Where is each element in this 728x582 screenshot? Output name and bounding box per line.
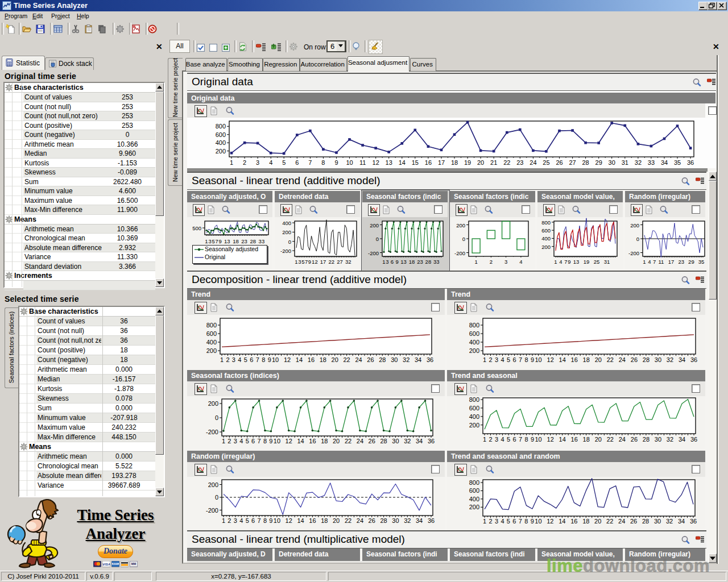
svg-text:36: 36 <box>690 436 697 443</box>
svg-text:4: 4 <box>519 259 522 265</box>
svg-text:9: 9 <box>531 436 534 443</box>
svg-text:7: 7 <box>519 356 522 363</box>
svg-text:-200: -200 <box>206 507 218 514</box>
svg-text:34: 34 <box>679 436 685 443</box>
svg-text:13: 13 <box>400 259 407 265</box>
svg-text:1: 1 <box>222 517 225 524</box>
svg-text:27: 27 <box>569 159 576 166</box>
svg-text:25: 25 <box>543 159 549 166</box>
svg-text:4: 4 <box>500 356 504 363</box>
svg-text:4: 4 <box>648 259 651 265</box>
svg-text:16: 16 <box>308 356 315 363</box>
svg-text:800: 800 <box>216 123 226 130</box>
svg-text:18: 18 <box>582 518 589 525</box>
svg-text:16: 16 <box>570 518 577 525</box>
svg-text:20: 20 <box>332 356 338 363</box>
svg-text:6: 6 <box>251 517 255 524</box>
svg-text:18: 18 <box>321 438 328 444</box>
svg-text:6: 6 <box>295 159 299 166</box>
svg-text:21: 21 <box>490 159 497 166</box>
svg-text:18: 18 <box>451 159 458 166</box>
svg-text:32: 32 <box>666 518 673 525</box>
svg-text:23: 23 <box>241 238 247 244</box>
svg-text:7: 7 <box>256 356 259 363</box>
svg-text:10: 10 <box>274 517 280 524</box>
svg-text:30: 30 <box>391 356 398 363</box>
svg-text:1: 1 <box>474 259 477 265</box>
svg-text:4: 4 <box>238 356 241 363</box>
svg-text:0: 0 <box>288 239 291 245</box>
svg-text:400: 400 <box>469 413 479 420</box>
svg-text:600: 600 <box>469 405 479 411</box>
svg-text:23: 23 <box>678 259 684 265</box>
svg-text:9: 9 <box>395 259 398 265</box>
svg-text:33: 33 <box>433 259 440 265</box>
svg-text:35: 35 <box>674 159 681 166</box>
svg-text:6: 6 <box>513 436 516 443</box>
svg-text:12: 12 <box>286 517 292 524</box>
svg-text:36: 36 <box>427 356 433 363</box>
svg-text:26: 26 <box>367 356 374 363</box>
svg-text:30: 30 <box>392 438 399 444</box>
svg-text:29: 29 <box>595 159 602 166</box>
svg-text:4: 4 <box>239 438 243 444</box>
svg-text:26: 26 <box>369 438 375 444</box>
svg-text:6: 6 <box>250 356 253 363</box>
svg-text:800: 800 <box>469 322 479 329</box>
svg-text:2: 2 <box>228 517 231 524</box>
svg-text:12: 12 <box>547 356 554 363</box>
svg-text:9: 9 <box>568 259 570 265</box>
svg-text:9: 9 <box>269 438 272 444</box>
svg-text:0: 0 <box>215 494 218 501</box>
svg-text:10: 10 <box>535 518 541 525</box>
svg-text:36: 36 <box>428 438 435 444</box>
svg-text:6: 6 <box>251 438 255 444</box>
svg-text:8: 8 <box>525 356 528 363</box>
svg-text:8: 8 <box>263 438 267 444</box>
svg-text:28: 28 <box>643 436 650 443</box>
svg-text:20: 20 <box>477 159 484 166</box>
svg-text:9: 9 <box>268 356 271 363</box>
svg-text:14: 14 <box>296 356 303 363</box>
svg-text:6: 6 <box>513 356 516 363</box>
svg-text:200: 200 <box>630 222 639 228</box>
svg-text:13: 13 <box>224 238 230 244</box>
svg-text:18: 18 <box>409 259 415 265</box>
svg-text:14: 14 <box>559 436 566 443</box>
svg-text:200: 200 <box>456 222 465 228</box>
svg-text:22: 22 <box>607 436 614 443</box>
svg-text:11: 11 <box>359 159 366 166</box>
svg-text:500: 500 <box>192 225 201 231</box>
svg-text:3: 3 <box>256 159 259 166</box>
svg-text:2: 2 <box>489 356 492 363</box>
svg-text:31: 31 <box>604 259 610 265</box>
svg-text:28: 28 <box>379 356 386 363</box>
svg-text:MM: MM <box>131 562 136 566</box>
svg-text:5: 5 <box>246 438 249 444</box>
svg-text:24: 24 <box>618 518 625 525</box>
svg-text:8: 8 <box>262 356 265 363</box>
svg-text:22: 22 <box>503 159 510 166</box>
svg-text:3: 3 <box>208 238 211 244</box>
svg-text:14: 14 <box>559 356 566 363</box>
svg-text:3: 3 <box>495 518 498 525</box>
svg-text:3: 3 <box>495 436 498 443</box>
svg-text:1: 1 <box>643 259 646 265</box>
svg-text:32: 32 <box>404 517 411 524</box>
svg-text:16: 16 <box>571 436 578 443</box>
svg-text:34: 34 <box>416 517 423 524</box>
svg-text:1: 1 <box>483 356 486 363</box>
svg-text:12: 12 <box>286 438 292 444</box>
svg-text:23: 23 <box>417 259 423 265</box>
svg-text:10: 10 <box>535 436 541 443</box>
svg-text:200: 200 <box>469 504 479 510</box>
svg-text:24: 24 <box>357 438 363 444</box>
svg-text:4: 4 <box>500 518 504 525</box>
svg-text:24: 24 <box>357 517 363 524</box>
svg-text:18: 18 <box>583 356 590 363</box>
svg-text:28: 28 <box>582 159 589 166</box>
svg-text:13: 13 <box>573 259 580 265</box>
svg-text:28: 28 <box>380 438 387 444</box>
svg-text:14: 14 <box>399 159 406 166</box>
svg-text:VISA: VISA <box>102 563 110 566</box>
